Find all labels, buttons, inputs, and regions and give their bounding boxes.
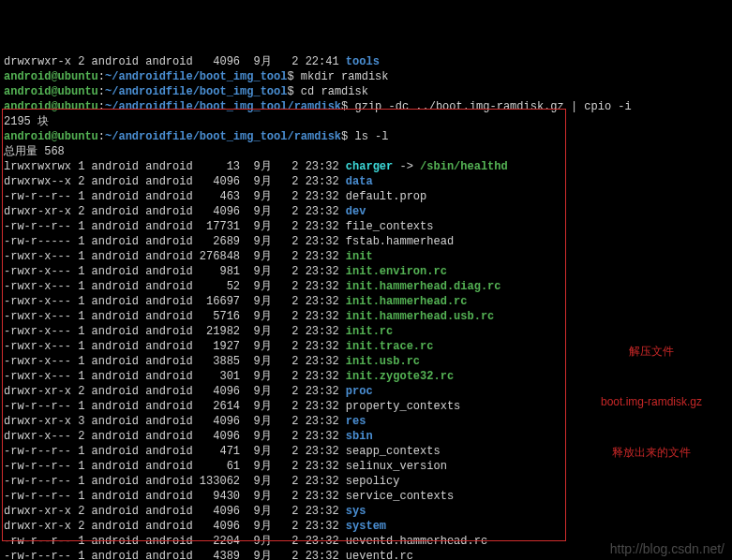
ls-row: -rw-r--r-- 1 android android 17731 9月 2 … [4, 219, 728, 234]
annotation-text: 解压文件 boot.img-ramdisk.gz 释放出来的文件 [581, 309, 722, 478]
ls-row: -rwxr-x--- 1 android android 52 9月 2 23:… [4, 279, 728, 294]
prompt-line[interactable]: android@ubuntu:~/androidfile/boot_img_to… [4, 69, 728, 84]
ls-row: -rwxr-x--- 1 android android 276848 9月 2… [4, 249, 728, 264]
terminal-output: drwxrwxr-x 2 android android 4096 9月 2 2… [0, 52, 732, 560]
ls-row: -rw-r--r-- 1 android android 9430 9月 2 2… [4, 489, 728, 504]
ls-row: drwxr-xr-x 2 android android 4096 9月 2 2… [4, 204, 728, 219]
ls-row: -rw-r--r-- 1 android android 463 9月 2 23… [4, 189, 728, 204]
ls-row: -rwxr-x--- 1 android android 981 9月 2 23… [4, 264, 728, 279]
ls-row: drwxr-xr-x 2 android android 4096 9月 2 2… [4, 504, 728, 519]
annot-line3: 释放出来的文件 [581, 444, 722, 461]
output-line: 总用量 568 [4, 144, 728, 159]
ls-row: drwxrwx--x 2 android android 4096 9月 2 2… [4, 174, 728, 189]
annot-line2: boot.img-ramdisk.gz [581, 393, 722, 410]
ls-row: drwxrwxr-x 2 android android 4096 9月 2 2… [4, 54, 728, 69]
ls-row: -rwxr-x--- 1 android android 16697 9月 2 … [4, 294, 728, 309]
prompt-line[interactable]: android@ubuntu:~/androidfile/boot_img_to… [4, 84, 728, 99]
annot-line1: 解压文件 [581, 343, 722, 360]
watermark: http://blog.csdn.net/ [610, 541, 725, 556]
ls-row: -rw-r----- 1 android android 2689 9月 2 2… [4, 234, 728, 249]
ls-row: drwxr-xr-x 2 android android 4096 9月 2 2… [4, 519, 728, 534]
ls-row: lrwxrwxrwx 1 android android 13 9月 2 23:… [4, 159, 728, 174]
prompt-line[interactable]: android@ubuntu:~/androidfile/boot_img_to… [4, 99, 728, 114]
prompt-line[interactable]: android@ubuntu:~/androidfile/boot_img_to… [4, 129, 728, 144]
output-line: 2195 块 [4, 114, 728, 129]
